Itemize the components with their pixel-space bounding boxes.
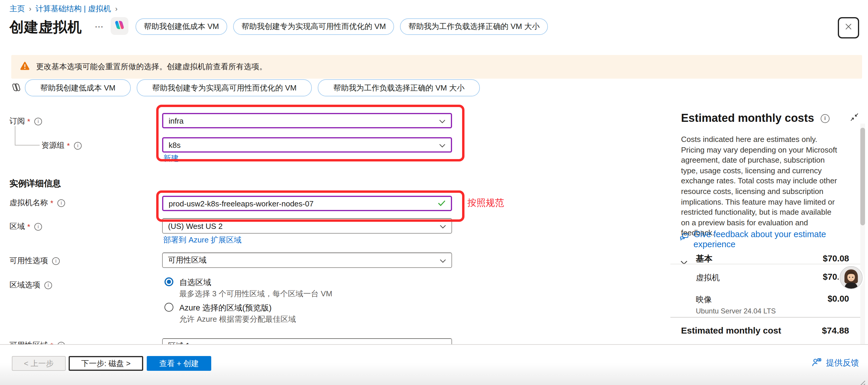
chevron-down-icon <box>440 256 446 265</box>
availability-options-label: 可用性选项 i <box>9 255 60 266</box>
info-icon[interactable]: i <box>52 257 60 265</box>
copilot-pill-high-availability[interactable]: 帮助我创建专为实现高可用性而优化的 VM <box>233 18 394 35</box>
chevron-down-icon <box>440 342 446 344</box>
resource-group-dropdown[interactable]: k8s <box>162 137 452 153</box>
subscription-dropdown[interactable]: infra <box>162 113 452 128</box>
page-title: 创建虚拟机 <box>9 18 82 37</box>
info-icon[interactable]: i <box>57 199 65 207</box>
resource-group-connector <box>15 126 40 146</box>
availability-options-value: 可用性区域 <box>168 255 207 265</box>
availability-zones-row-clipped: 可用性区域* i 区域 1 <box>0 336 868 344</box>
copilot-pill-high-availability[interactable]: 帮助我创建专为实现高可用性而优化的 VM <box>137 79 312 96</box>
region-value: (US) West US 2 <box>168 222 222 230</box>
close-icon <box>844 23 852 33</box>
cost-divider <box>671 264 862 264</box>
copilot-button[interactable] <box>111 17 128 35</box>
copilot-suggestions-top: 帮助我创建低成本 VM 帮助我创建专为实现高可用性而优化的 VM 帮助我为工作负… <box>135 18 548 34</box>
more-menu-button[interactable]: ⋯ <box>95 21 104 32</box>
radio-azure-selected-zones-label[interactable]: Azure 选择的区域(预览版) <box>179 303 272 314</box>
feedback-bubbles-icon <box>680 233 689 250</box>
cost-total-label: Estimated monthly cost <box>681 325 781 335</box>
scrollbar-thumb[interactable] <box>860 128 865 225</box>
person-feedback-icon <box>812 357 822 369</box>
info-icon[interactable]: i <box>34 118 42 125</box>
cost-total-value: $74.88 <box>787 325 849 335</box>
next-step-disks-button[interactable]: 下一步: 磁盘 > <box>69 356 143 371</box>
annotation-text: 按照规范 <box>467 197 504 210</box>
copilot-suggestions-inline: 帮助我创建低成本 VM 帮助我创建专为实现高可用性而优化的 VM 帮助我为工作负… <box>25 80 480 96</box>
vm-name-value: prod-usw2-k8s-freeleaps-worker-nodes-07 <box>168 199 314 208</box>
copilot-outline-icon <box>11 82 21 95</box>
radio-self-selected-zones-desc: 最多选择 3 个可用性区域，每个区域一台 VM <box>179 289 332 299</box>
copilot-pill-right-size[interactable]: 帮助我为工作负载选择正确的 VM 大小 <box>400 18 548 35</box>
cost-divider <box>671 317 862 318</box>
availability-zones-value: 区域 1 <box>168 341 190 344</box>
region-dropdown[interactable]: (US) West US 2 <box>162 218 452 234</box>
radio-self-selected-zones-label[interactable]: 自选区域 <box>179 277 211 288</box>
cost-item-image-label: 映像 <box>696 294 712 305</box>
create-new-resource-group-link[interactable]: 新建 <box>163 153 179 164</box>
close-blade-button[interactable] <box>838 17 859 38</box>
breadcrumb-separator: › <box>115 5 118 13</box>
radio-azure-selected-zones-desc: 允许 Azure 根据需要分配最佳区域 <box>179 314 296 325</box>
estimate-feedback-link[interactable]: Give feedback about your estimate experi… <box>680 229 842 250</box>
valid-check-icon <box>438 199 445 208</box>
cost-item-vm-label: 虚拟机 <box>696 272 720 283</box>
footer-bar: < 上一步 下一步: 磁盘 > 查看 + 创建 提供反馈 <box>0 345 868 385</box>
copilot-pill-right-size[interactable]: 帮助我为工作负载选择正确的 VM 大小 <box>318 79 480 96</box>
warning-banner: 更改基本选项可能会重置所做的选择。创建虚拟机前查看所有选项。 <box>11 55 862 79</box>
copilot-logo-icon <box>114 19 125 33</box>
breadcrumb: 主页 › 计算基础结构 | 虚拟机 › <box>9 4 118 14</box>
create-vm-blade: 主页 › 计算基础结构 | 虚拟机 › 创建虚拟机 ⋯ 帮助我创建低 <box>0 0 868 385</box>
warning-text: 更改基本选项可能会重置所做的选择。创建虚拟机前查看所有选项。 <box>36 62 267 72</box>
info-icon[interactable]: i <box>57 342 65 344</box>
warning-icon <box>20 61 30 72</box>
cost-item-image-sub: Ubuntu Server 24.04 LTS <box>696 307 776 315</box>
resource-group-value: k8s <box>168 140 181 149</box>
radio-azure-selected-zones[interactable] <box>164 303 173 312</box>
radio-self-selected-zones[interactable] <box>164 277 173 286</box>
breadcrumb-home[interactable]: 主页 <box>9 4 25 14</box>
breadcrumb-vm[interactable]: 计算基础结构 | 虚拟机 <box>35 4 111 14</box>
subscription-value: infra <box>168 116 184 125</box>
info-icon[interactable]: i <box>821 114 830 123</box>
chevron-down-icon <box>439 116 445 125</box>
chevron-down-icon <box>440 222 446 230</box>
instance-details-heading: 实例详细信息 <box>9 178 61 189</box>
resize-corner-icon[interactable] <box>859 378 866 385</box>
cost-group-basic-label: 基本 <box>696 254 712 264</box>
give-feedback-link[interactable]: 提供反馈 <box>812 357 859 369</box>
resource-group-label: 资源组* i <box>41 140 82 151</box>
cost-group-basic-value: $70.08 <box>787 254 849 263</box>
subscription-label: 订阅* i <box>9 116 42 127</box>
vm-name-input[interactable]: prod-usw2-k8s-freeleaps-worker-nodes-07 <box>162 196 452 211</box>
previous-step-button: < 上一步 <box>12 356 66 371</box>
copilot-pill-low-cost[interactable]: 帮助我创建低成本 VM <box>135 18 227 35</box>
info-icon[interactable]: i <box>74 142 82 149</box>
cost-panel-description: Costs indicated here are estimates only.… <box>681 134 839 238</box>
chevron-down-icon <box>439 140 445 149</box>
collapse-panel-icon[interactable] <box>850 113 859 124</box>
chevron-expand-basic-icon[interactable] <box>680 257 687 267</box>
cost-item-image-value: $0.00 <box>787 294 849 303</box>
cost-panel-title: Estimated monthly costs i <box>681 112 830 125</box>
availability-options-dropdown[interactable]: 可用性区域 <box>162 253 452 268</box>
review-create-button[interactable]: 查看 + 创建 <box>147 356 211 371</box>
info-icon[interactable]: i <box>34 223 42 230</box>
region-label: 区域* i <box>9 221 42 232</box>
availability-zones-dropdown[interactable]: 区域 1 <box>162 338 452 344</box>
info-icon[interactable]: i <box>44 281 52 289</box>
copilot-pill-low-cost[interactable]: 帮助我创建低成本 VM <box>25 79 131 96</box>
vm-name-label: 虚拟机名称* i <box>9 197 65 208</box>
zone-options-label: 区域选项 i <box>9 280 52 290</box>
breadcrumb-separator: › <box>29 5 31 13</box>
deploy-extended-zone-link[interactable]: 部署到 Azure 扩展区域 <box>163 235 241 246</box>
availability-zones-label: 可用性区域* i <box>9 340 65 344</box>
assistant-avatar[interactable] <box>840 266 863 289</box>
